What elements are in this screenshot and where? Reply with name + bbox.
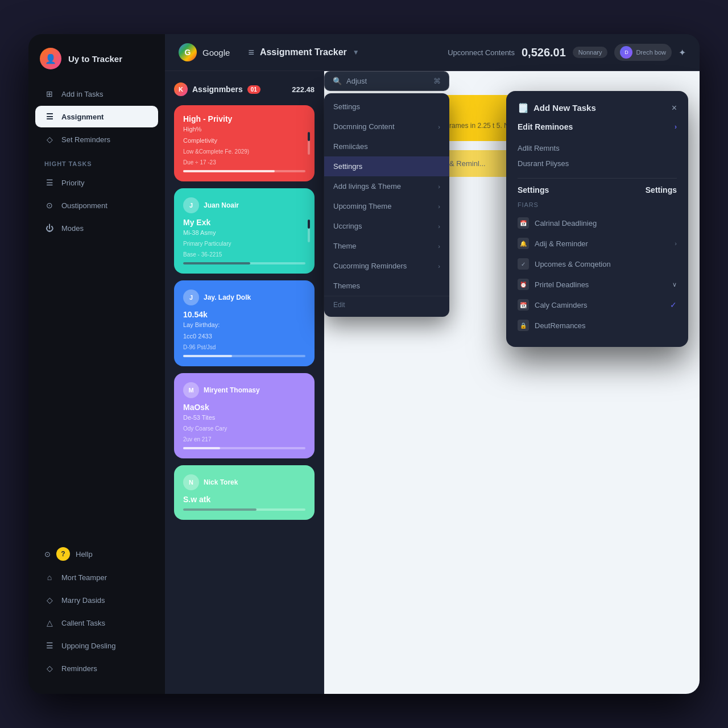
card-detail2-jay: 1cc0 2433: [183, 333, 305, 340]
modal-filter-prirtel[interactable]: ⏰ Prirtel Deadlines ∨: [518, 274, 677, 295]
search-box[interactable]: 🔍 Adjust ⌘: [324, 71, 449, 91]
card-progress-bar-purple: [183, 447, 305, 449]
dropdown-edit-label: Edit: [324, 296, 449, 313]
modal-filter-calrinal[interactable]: 📅 Calrinal Deadlinieg: [518, 213, 677, 233]
sidebar-bottom: ⊙ ? Hellp ⌂ Mort Teamper ◇ Marry Dasids …: [28, 541, 165, 680]
modal-section-title-edit[interactable]: Edit Reminoes ›: [518, 122, 677, 131]
dropdown-item-label: Settingrs: [333, 162, 362, 171]
dropdown-item-cucorming[interactable]: Cucorming Reminders ›: [324, 256, 449, 276]
sidebar-nav: ⊞ Add in Tasks ☰ Assignment ◇ Set Remind…: [28, 83, 165, 239]
chevron-right-icon: ›: [675, 123, 677, 131]
dropdown-menu: Settings Docmning Content › Remiicáes Se…: [324, 93, 449, 317]
sidebar-item-mort-teamper[interactable]: ⌂ Mort Teamper: [35, 566, 158, 588]
arrow-icon: ›: [438, 203, 440, 210]
dropdown-item-label: Settings: [333, 102, 360, 111]
sidebar-item-set-reminders[interactable]: ◇ Set Reminders: [35, 129, 158, 150]
bell-icon: △: [44, 618, 55, 628]
sidebar-item-uppoing-desling[interactable]: ☰ Uppoing Desling: [35, 635, 158, 656]
sidebar-item-label: Callent Tasks: [61, 619, 105, 627]
google-icon: G: [179, 43, 197, 61]
dropdown-item-label: Themes: [333, 282, 360, 290]
dropdown-item-settingrs[interactable]: Settingrs: [324, 156, 449, 176]
card-high-pct: High%: [183, 126, 305, 133]
modal-section-label: Edit Reminoes: [518, 122, 573, 131]
drech-bow-text: Drech bow: [636, 49, 666, 56]
nonnary-text: Nonnary: [578, 49, 602, 56]
modal-item-dusrant: Dusrant Piiyses: [518, 156, 677, 171]
filter-label: Calrinal Deadlinieg: [535, 219, 597, 228]
topbar: G Google ≡ Assignment Tracker ▼ Upconnec…: [165, 34, 700, 71]
dropdown-item-remiicaes[interactable]: Remiicáes: [324, 136, 449, 156]
sidebar-item-label: Set Reminders: [61, 135, 110, 144]
arrow-icon: ›: [438, 243, 440, 250]
deadline-icon: ⏰: [518, 279, 529, 290]
sidebar-item-marry-dasids[interactable]: ◇ Marry Dasids: [35, 589, 158, 611]
sidebar-user-name: Uy to Tracker: [68, 54, 122, 64]
panel-amount: 222.48: [292, 85, 315, 94]
sidebar-item-priority[interactable]: ☰ Priority: [35, 172, 158, 193]
card-avatar-miryent: M: [183, 382, 199, 398]
card-status-juan: Primary Particulary: [183, 241, 305, 247]
modal-filter-deut[interactable]: 🔒 DeutRemances: [518, 315, 677, 336]
card-priority-label: High - Privity: [183, 114, 305, 123]
task-card-purple[interactable]: M Miryent Thomasy MaOsk De-53 Tites Ody …: [174, 373, 315, 458]
modal-filter-caly[interactable]: 📆 Caly Caminders ✓: [518, 295, 677, 315]
modal-settings-header: Settings Settings: [518, 185, 677, 195]
task-card-blue[interactable]: J Jay. Lady Dolk 10.54k Lay Birthday: 1c…: [174, 280, 315, 366]
card-amount-jay: 10.54k: [183, 310, 305, 319]
sidebar-item-label: Assignment: [61, 113, 104, 121]
panel-avatar: K: [174, 82, 188, 96]
dropdown-item-docmning[interactable]: Docmning Content ›: [324, 117, 449, 136]
dropdown-item-label: Remiicáes: [333, 142, 368, 151]
alert-icon: 🔒: [518, 320, 529, 331]
modal-filter-upcomes[interactable]: ✓ Upcomes & Comqetion: [518, 254, 677, 274]
modal-settings-label: Settings: [518, 185, 549, 195]
chevron-down-icon: ▼: [353, 48, 359, 56]
task-card-teal[interactable]: J Juan Noair My Exk Mi-38 Asmy Primary P…: [174, 188, 315, 274]
task-card-mint[interactable]: N Nick Torek S.w atk: [174, 465, 315, 520]
sidebar-item-label: Oustiponment: [61, 201, 107, 210]
star-icon: ✦: [679, 47, 686, 58]
add-new-tasks-modal: 🗒️ Add New Tasks × Edit Reminoes › Adlit…: [506, 91, 688, 347]
sidebar-item-label: Marry Dasids: [61, 596, 105, 605]
reminder-icon: ◇: [44, 663, 55, 673]
dropdown-item-theme[interactable]: Theme ›: [324, 236, 449, 256]
sidebar-item-assignment[interactable]: ☰ Assignment: [35, 106, 158, 127]
panel-title-text: Assignmbers: [192, 85, 243, 94]
arrow-icon: ›: [438, 123, 440, 130]
dropdown-item-themes[interactable]: Themes: [324, 276, 449, 296]
modal-task-icon: 🗒️: [518, 102, 529, 113]
card-date-miryent: 2uv en 217: [183, 436, 305, 442]
card-task-my-exk: My Exk: [183, 218, 305, 227]
card-progress-fill-purple: [183, 447, 220, 449]
filter-label: DeutRemances: [535, 321, 586, 330]
header-stat: 0,526.01: [522, 46, 566, 59]
card-name-jay: Jay. Lady Dolk: [204, 293, 251, 301]
home-icon: ⌂: [44, 572, 55, 582]
sidebar-item-callent-tasks[interactable]: △ Callent Tasks: [35, 612, 158, 634]
card-name-juan: Juan Noair: [204, 201, 239, 209]
sidebar-item-modes[interactable]: ⏻ Modes: [35, 217, 158, 239]
dropdown-item-settings[interactable]: Settings: [324, 97, 449, 117]
card-date-juan: Base - 36-2215: [183, 251, 305, 258]
user-avatar: 👤: [40, 48, 61, 69]
dropdown-item-upcoming-theme[interactable]: Upcoming Theme ›: [324, 196, 449, 216]
task-card-high-priority[interactable]: High - Privity High% Completivity Low &C…: [174, 105, 315, 181]
help-badge: ?: [56, 547, 70, 561]
card-status-jay: D-96 Pst/Jsd: [183, 344, 305, 350]
sidebar-item-add-tasks[interactable]: ⊞ Add in Tasks: [35, 83, 158, 105]
modal-close-button[interactable]: ×: [672, 103, 677, 113]
sidebar-item-label: Reminders: [61, 664, 97, 673]
priority-icon: ☰: [44, 177, 55, 188]
dropdown-item-uccrings[interactable]: Uccrings ›: [324, 216, 449, 236]
modal-filter-adij[interactable]: 🔔 Adij & Reminder ›: [518, 233, 677, 254]
sidebar-item-help[interactable]: ⊙ ? Hellp: [35, 541, 158, 566]
screen-wrapper: 👤 Uy to Tracker ⊞ Add in Tasks ☰ Assignm…: [28, 34, 700, 694]
dropdown-item-add-livings[interactable]: Add livings & Theme ›: [324, 176, 449, 196]
search-clear-icon[interactable]: ⌘: [433, 77, 441, 85]
checkmark-icon: ✓: [670, 300, 677, 309]
card-name-miryent: Miryent Thomasy: [204, 386, 260, 394]
card-progress-fill-blue: [183, 355, 232, 357]
sidebar-item-oustiponment[interactable]: ⊙ Oustiponment: [35, 195, 158, 216]
sidebar-item-reminders[interactable]: ◇ Reminders: [35, 657, 158, 679]
